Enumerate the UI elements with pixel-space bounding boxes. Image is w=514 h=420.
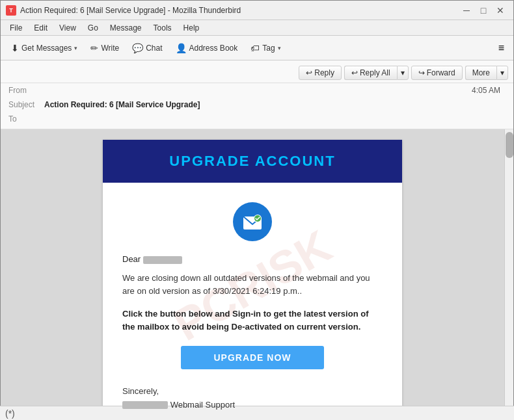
menu-view[interactable]: View [54, 22, 81, 34]
reply-all-icon: ↩ [351, 68, 358, 77]
email-envelope-icon [233, 202, 272, 241]
scroll-thumb[interactable] [506, 132, 513, 158]
email-banner: UPGRADE ACCOUNT [103, 140, 402, 183]
scrollbar-track[interactable] [504, 129, 513, 420]
get-messages-label: Get Messages [21, 44, 72, 53]
greeting-text: Dear [122, 254, 141, 264]
forward-label: Forward [427, 68, 455, 77]
signature-line1: Sincerely, [122, 385, 383, 399]
title-bar-left: T Action Required: 6 [Mail Service Upgra… [6, 5, 241, 16]
more-button[interactable]: More [465, 66, 496, 80]
email-header: ↩ Reply ↩ Reply All ▾ ↪ Forward More ▾ F… [1, 60, 513, 129]
menu-edit[interactable]: Edit [29, 22, 53, 34]
chat-button[interactable]: 💬 Chat [127, 40, 167, 56]
chat-icon: 💬 [132, 43, 143, 53]
email-body-container: PCRISK UPGRADE ACCOUNT [103, 140, 402, 420]
get-messages-dropdown-icon: ▾ [74, 45, 77, 51]
more-dropdown-icon: ▾ [500, 68, 504, 77]
email-button-area: UPGRADE NOW [122, 346, 383, 369]
menu-tools[interactable]: Tools [148, 22, 177, 34]
email-banner-text: UPGRADE ACCOUNT [169, 153, 335, 169]
title-bar-controls: ─ □ ✕ [459, 3, 508, 18]
signature-org-text: Webmail Support [170, 400, 235, 410]
email-pane[interactable]: PCRISK PCRISK UPGRADE ACCOUNT [1, 129, 504, 420]
chat-label: Chat [146, 44, 162, 53]
org-redacted [122, 401, 168, 409]
name-redacted [143, 256, 182, 264]
tag-dropdown-icon: ▾ [278, 45, 281, 51]
toolbar: ⬇ Get Messages ▾ ✏ Write 💬 Chat 👤 Addres… [1, 36, 513, 60]
reply-all-group: ↩ Reply All ▾ [344, 66, 409, 80]
subject-value: Action Required: 6 [Mail Service Upgrade… [44, 100, 200, 109]
maximize-button[interactable]: □ [476, 3, 491, 18]
from-label: From [8, 86, 44, 95]
reply-icon: ↩ [306, 68, 312, 77]
window-title: Action Required: 6 [Mail Service Upgrade… [20, 6, 241, 15]
email-inner: Dear We are closing down all outdated ve… [103, 183, 402, 420]
forward-button[interactable]: ↪ Forward [411, 66, 463, 80]
email-time: 4:05 AM [472, 86, 500, 95]
reply-button[interactable]: ↩ Reply [299, 66, 342, 80]
signature-line2: Webmail Support [122, 399, 383, 412]
email-icon-area [122, 202, 383, 241]
to-label: To [8, 114, 44, 124]
envelope-svg [241, 210, 264, 233]
forward-icon: ↪ [418, 68, 425, 77]
to-row: To [1, 112, 513, 126]
menu-bar: File Edit View Go Message Tools Help [1, 20, 513, 36]
from-row: From 4:05 AM [1, 83, 513, 98]
more-group: More ▾ [465, 66, 508, 80]
write-icon: ✏ [90, 43, 98, 53]
tag-button[interactable]: 🏷 Tag ▾ [245, 40, 286, 56]
email-signature: Sincerely, Webmail Support [122, 385, 383, 412]
app-icon: T [6, 5, 16, 16]
email-greeting: Dear [122, 254, 383, 264]
write-button[interactable]: ✏ Write [85, 40, 124, 56]
address-book-label: Address Book [189, 44, 238, 53]
reply-all-dropdown-icon: ▾ [401, 68, 405, 77]
address-book-icon: 👤 [176, 43, 187, 53]
write-label: Write [101, 44, 119, 53]
get-messages-icon: ⬇ [11, 43, 19, 53]
action-bar: ↩ Reply ↩ Reply All ▾ ↪ Forward More ▾ [1, 63, 513, 83]
menu-go[interactable]: Go [83, 22, 103, 34]
main-content: PCRISK PCRISK UPGRADE ACCOUNT [1, 129, 513, 420]
status-icon: (*) [5, 408, 15, 419]
title-bar: T Action Required: 6 [Mail Service Upgra… [1, 1, 513, 20]
tag-icon: 🏷 [250, 43, 260, 53]
menu-help[interactable]: Help [178, 22, 205, 34]
more-dropdown-button[interactable]: ▾ [496, 66, 508, 80]
hamburger-button[interactable]: ≡ [494, 40, 508, 57]
reply-all-label: Reply All [360, 68, 390, 77]
tag-label: Tag [262, 44, 275, 53]
get-messages-button[interactable]: ⬇ Get Messages ▾ [6, 40, 83, 56]
upgrade-now-button[interactable]: UPGRADE NOW [181, 346, 323, 369]
menu-message[interactable]: Message [105, 22, 147, 34]
email-body-paragraph: We are closing down all outdated version… [122, 272, 383, 297]
menu-file[interactable]: File [5, 22, 27, 34]
close-button[interactable]: ✕ [493, 3, 508, 18]
address-book-button[interactable]: 👤 Address Book [170, 40, 243, 56]
reply-label: Reply [314, 68, 334, 77]
more-label: More [472, 68, 490, 77]
toolbar-right: ≡ [494, 40, 508, 57]
reply-all-button[interactable]: ↩ Reply All [344, 66, 397, 80]
reply-all-dropdown-button[interactable]: ▾ [397, 66, 409, 80]
minimize-button[interactable]: ─ [459, 3, 474, 18]
email-cta-text: Click the button below and Sign-in to ge… [122, 308, 383, 333]
subject-label: Subject [8, 100, 44, 109]
subject-row: Subject Action Required: 6 [Mail Service… [1, 98, 513, 112]
